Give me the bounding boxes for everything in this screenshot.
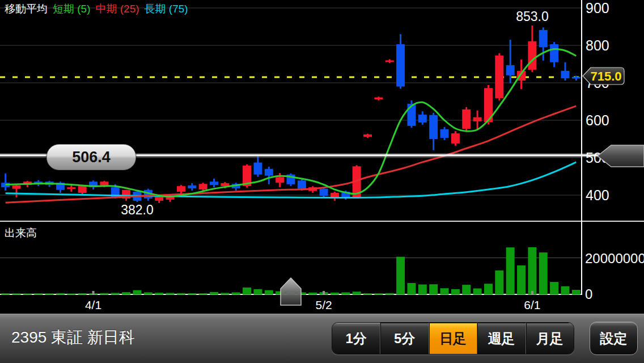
volume-bar bbox=[287, 292, 295, 294]
volume-tick-label: 20000000 bbox=[585, 251, 644, 267]
volume-bar bbox=[133, 290, 141, 295]
price-tick-label: 600 bbox=[586, 112, 609, 129]
candle bbox=[188, 183, 196, 191]
candle bbox=[67, 185, 75, 192]
volume-bar bbox=[210, 292, 218, 295]
candle bbox=[331, 192, 339, 201]
timeframe-button[interactable]: 5分 bbox=[380, 323, 428, 354]
volume-bar bbox=[276, 292, 284, 295]
moving-average-legend: 移動平均短期 (5)中期 (25)長期 (75) bbox=[5, 2, 193, 16]
candle bbox=[385, 59, 394, 63]
volume-bar bbox=[177, 293, 185, 295]
stock-chart-app: 移動平均短期 (5)中期 (25)長期 (75) 853.0 382.0 506… bbox=[0, 0, 644, 363]
candle bbox=[78, 185, 87, 195]
candle bbox=[12, 185, 21, 197]
volume-bar bbox=[111, 293, 120, 294]
volume-bar bbox=[473, 288, 482, 294]
volume-bar bbox=[67, 293, 75, 294]
price-tick-label: 400 bbox=[586, 187, 609, 204]
period-low-label: 382.0 bbox=[115, 202, 160, 218]
candle bbox=[374, 96, 383, 100]
volume-bar bbox=[144, 292, 152, 294]
volume-bar bbox=[484, 284, 493, 294]
last-price-value: 715.0 bbox=[590, 69, 622, 84]
date-label: 4/1 bbox=[71, 298, 116, 312]
volume-bar bbox=[539, 252, 548, 294]
volume-bar bbox=[440, 288, 449, 294]
volume-bar bbox=[550, 282, 558, 294]
volume-pane-title: 出来高 bbox=[5, 226, 37, 240]
legend-title: 移動平均 bbox=[5, 3, 48, 15]
date-label: 6/1 bbox=[510, 298, 555, 312]
price-tick-label: 800 bbox=[586, 37, 609, 54]
volume-bar bbox=[253, 289, 262, 295]
candle bbox=[484, 85, 493, 124]
reference-price-pill: 506.4 bbox=[46, 144, 136, 170]
volume-bar bbox=[221, 293, 229, 294]
candle bbox=[539, 27, 548, 61]
volume-bar bbox=[23, 293, 32, 294]
date-label: 5/2 bbox=[301, 298, 346, 312]
candle bbox=[265, 167, 273, 184]
candle bbox=[144, 189, 152, 201]
candle bbox=[440, 127, 449, 140]
volume-bar bbox=[1, 293, 10, 294]
volume-bar bbox=[572, 290, 581, 294]
volume-tick-label: 0 bbox=[585, 286, 592, 302]
volume-bar bbox=[232, 292, 240, 294]
volume-bar bbox=[34, 293, 43, 294]
volume-bar bbox=[495, 271, 503, 295]
candle bbox=[210, 179, 218, 187]
candle bbox=[253, 157, 262, 177]
volume-bar bbox=[199, 293, 207, 294]
timeframe-segmented-control: 1分5分日足週足月足 bbox=[332, 322, 574, 354]
volume-bar bbox=[341, 292, 350, 294]
volume-bar bbox=[418, 285, 427, 295]
volume-bar bbox=[385, 293, 394, 295]
volume-bar bbox=[429, 284, 438, 294]
volume-bar bbox=[308, 293, 317, 295]
symbol-title: 2395 東証 新日科 bbox=[11, 327, 135, 348]
price-tick-label: 900 bbox=[586, 0, 609, 16]
volume-bar bbox=[45, 293, 54, 294]
volume-bar bbox=[528, 247, 536, 295]
volume-bar bbox=[517, 265, 526, 295]
candle bbox=[561, 62, 569, 81]
candle bbox=[451, 131, 460, 146]
candle bbox=[320, 188, 328, 197]
candle bbox=[418, 111, 427, 125]
candle bbox=[396, 34, 405, 88]
volume-bar bbox=[12, 293, 21, 294]
volume-bar bbox=[506, 247, 515, 294]
volume-bar bbox=[331, 293, 339, 295]
volume-bar bbox=[188, 293, 196, 295]
volume-bar bbox=[56, 293, 65, 295]
volume-bar bbox=[100, 293, 108, 295]
period-high-label: 853.0 bbox=[510, 9, 555, 24]
volume-bar bbox=[462, 285, 471, 294]
timeframe-button[interactable]: 月足 bbox=[526, 323, 574, 354]
volume-bar bbox=[265, 290, 273, 295]
volume-bar bbox=[451, 289, 460, 295]
candle bbox=[550, 42, 558, 67]
settings-button[interactable]: 設定 bbox=[590, 322, 638, 355]
candle bbox=[462, 107, 471, 131]
volume-bar bbox=[396, 257, 405, 295]
legend-short-ma: 短期 (5) bbox=[53, 3, 91, 15]
volume-bar bbox=[166, 293, 175, 294]
volume-bar bbox=[561, 286, 569, 295]
volume-bar bbox=[407, 283, 416, 295]
candle bbox=[528, 26, 536, 72]
candle bbox=[363, 134, 372, 138]
volume-bar bbox=[243, 288, 251, 295]
candle bbox=[177, 185, 185, 194]
timeframe-button[interactable]: 1分 bbox=[332, 323, 380, 354]
legend-mid-ma: 中期 (25) bbox=[96, 3, 139, 15]
legend-long-ma: 長期 (75) bbox=[145, 3, 188, 15]
timeframe-button[interactable]: 日足 bbox=[429, 323, 477, 354]
candle bbox=[429, 113, 438, 150]
timeframe-button[interactable]: 週足 bbox=[477, 323, 525, 354]
candle bbox=[287, 174, 295, 186]
volume-bar bbox=[353, 292, 361, 294]
price-tick-label: 500 bbox=[586, 150, 609, 166]
